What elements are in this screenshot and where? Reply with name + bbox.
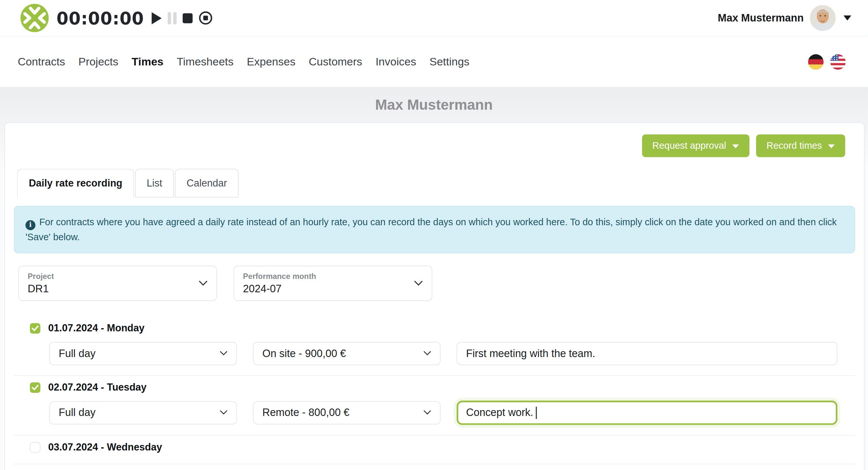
day-header: 03.07.2024 - Wednesday: [14, 441, 855, 453]
pause-icon[interactable]: [168, 12, 177, 24]
tab-daily-rate-recording[interactable]: Daily rate recording: [17, 169, 134, 197]
request-approval-label: Request approval: [652, 140, 726, 151]
day-duration-select[interactable]: Full day: [49, 401, 237, 424]
day-duration-value: Full day: [59, 347, 95, 359]
day-checkbox[interactable]: [30, 382, 40, 393]
action-toolbar: Request approval Record times: [14, 134, 855, 157]
main-nav: ContractsProjectsTimesTimesheetsExpenses…: [0, 36, 868, 87]
day-rate-value: On site - 900,00 €: [262, 347, 346, 359]
page-header: Max Mustermann: [0, 88, 868, 122]
timer-controls: [152, 11, 213, 25]
top-bar: 00:00:00 Max Mustermann: [0, 0, 868, 36]
app-root: 00:00:00 Max Mustermann: [0, 0, 868, 470]
chevron-down-icon: [732, 145, 739, 149]
chevron-down-icon: [198, 280, 207, 286]
nav-item-settings[interactable]: Settings: [429, 55, 469, 68]
app-logo-icon: [20, 3, 49, 33]
day-note-text: First meeting with the team.: [466, 347, 595, 359]
day-rate-select[interactable]: On site - 900,00 €: [253, 342, 440, 365]
record-times-button[interactable]: Record times: [756, 134, 845, 157]
performance-month-value: 2024-07: [243, 283, 407, 294]
day-note-input[interactable]: First meeting with the team.: [457, 342, 838, 365]
day-fields: Full day On site - 900,00 € First meetin…: [49, 342, 837, 365]
nav-item-times[interactable]: Times: [131, 55, 163, 68]
request-approval-button[interactable]: Request approval: [642, 134, 749, 157]
day-list: 01.07.2024 - Monday Full day On site - 9…: [14, 316, 855, 470]
play-icon[interactable]: [152, 12, 162, 24]
day-date-label: 03.07.2024 - Wednesday: [48, 442, 162, 453]
nav-item-timesheets[interactable]: Timesheets: [177, 55, 234, 68]
info-alert: iFor contracts where you have agreed a d…: [14, 206, 855, 253]
day-date-label: 01.07.2024 - Monday: [48, 322, 145, 334]
tab-list[interactable]: List: [135, 169, 174, 197]
day-checkbox[interactable]: [30, 442, 40, 452]
day-note-text: Concept work.: [466, 407, 533, 418]
day-note-input[interactable]: Concept work.: [457, 400, 838, 425]
tab-calendar[interactable]: Calendar: [175, 169, 239, 197]
day-group: 01.07.2024 - Monday Full day On site - 9…: [14, 316, 855, 375]
page-background: Max Mustermann Request approval Record t…: [0, 88, 868, 470]
chevron-down-icon: [424, 410, 431, 415]
language-switcher: [808, 54, 846, 70]
day-rate-value: Remote - 800,00 €: [262, 407, 350, 418]
day-header: 01.07.2024 - Monday: [14, 322, 855, 334]
project-select-value: DR1: [28, 283, 192, 294]
chevron-down-icon: [424, 351, 431, 356]
nav-item-invoices[interactable]: Invoices: [375, 55, 416, 68]
record-times-label: Record times: [767, 140, 822, 151]
chevron-down-icon: [414, 280, 423, 286]
page-title: Max Mustermann: [375, 96, 493, 114]
performance-month-select[interactable]: Performance month 2024-07: [234, 265, 432, 301]
day-duration-value: Full day: [59, 407, 95, 418]
user-name: Max Mustermann: [718, 12, 804, 24]
day-duration-select[interactable]: Full day: [49, 342, 237, 365]
day-date-label: 02.07.2024 - Tuesday: [48, 382, 147, 394]
project-select[interactable]: Project DR1: [18, 265, 217, 301]
chevron-down-icon: [220, 410, 227, 415]
german-flag-icon[interactable]: [808, 54, 824, 70]
nav-item-projects[interactable]: Projects: [79, 55, 119, 68]
nav-item-contracts[interactable]: Contracts: [18, 55, 65, 68]
day-group: 02.07.2024 - Tuesday Full day Remote - 8…: [14, 375, 855, 435]
day-group: 04.07.2024 - Thursday: [14, 464, 855, 470]
chevron-down-icon: [220, 351, 227, 356]
stop-icon[interactable]: [183, 13, 193, 23]
filters-row: Project DR1 Performance month 2024-07: [14, 265, 855, 301]
project-select-label: Project: [28, 272, 192, 280]
user-menu[interactable]: Max Mustermann: [718, 5, 851, 31]
timer-display: 00:00:00: [56, 8, 144, 28]
chevron-down-icon: [844, 15, 851, 21]
chevron-down-icon: [828, 145, 834, 149]
info-icon: i: [25, 220, 35, 230]
times-panel: Request approval Record times Daily rate…: [5, 122, 865, 470]
day-checkbox[interactable]: [30, 323, 40, 334]
nav-item-expenses[interactable]: Expenses: [247, 55, 295, 68]
info-alert-text: For contracts where you have agreed a da…: [25, 217, 837, 242]
us-flag-icon[interactable]: [830, 54, 846, 70]
text-cursor: [536, 407, 537, 418]
stop-circle-icon[interactable]: [199, 11, 213, 25]
day-header: 02.07.2024 - Tuesday: [14, 381, 855, 394]
nav-item-customers[interactable]: Customers: [309, 55, 362, 68]
day-group: 03.07.2024 - Wednesday: [14, 435, 855, 463]
day-fields: Full day Remote - 800,00 € Concept work.: [49, 401, 837, 425]
performance-month-label: Performance month: [243, 272, 407, 280]
avatar: [810, 5, 836, 31]
day-rate-select[interactable]: Remote - 800,00 €: [253, 401, 440, 424]
tab-bar: Daily rate recordingListCalendar: [14, 169, 855, 197]
